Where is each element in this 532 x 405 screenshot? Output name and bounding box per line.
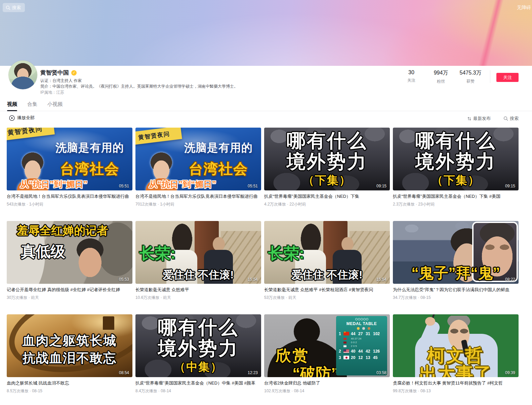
video-thumbnail[interactable]: 欣赏 “破防” MEDAL TABLE 1 44 27 31 102 40 27…: [264, 314, 390, 377]
video-title[interactable]: 扒皮“世界毒瘤”美国国家民主基金会（NED）中集 #美国 #颜革: [135, 380, 261, 386]
video-thumbnail[interactable]: 黄智贤夜问 洗脑是有用的 台湾社会 从“抗日”到“媚日” 05:51: [7, 128, 132, 190]
thumb-text: 羞辱全红婵的记者: [17, 223, 108, 238]
video-title[interactable]: 记者公开羞辱全红婵 真的很低级 #全红婵 #记者评价全红婵: [7, 287, 132, 293]
video-thumbnail[interactable]: 羞辱全红婵的记者 真低级 05:53: [7, 221, 132, 284]
medal-row: 1 44 27 31 102: [339, 330, 384, 337]
video-card[interactable]: 长荣: 爱住住 不住滚! 15:54 长荣道歉毫无诚意 众怒难平 #长荣桂冠酒店…: [264, 221, 390, 301]
video-search-button[interactable]: 搜索: [503, 116, 519, 122]
video-card[interactable]: “鬼子”拜“鬼” 08:22 为什么无法忍受“拜鬼”？因为它们双手沾满我们中国人…: [393, 221, 519, 301]
video-thumbnail[interactable]: 哪有什么 境外势力 （中集） 12:23: [135, 314, 261, 377]
video-title[interactable]: 台湾不是殖民地！台当局军方乐仪队竟表演日本侵华军舰进行曲: [7, 193, 132, 199]
play-all-button[interactable]: 播放全部: [9, 115, 35, 121]
tab-short-videos[interactable]: 小视频: [47, 100, 63, 111]
video-meta: 543次播放 · 1小时前: [7, 201, 132, 207]
bronze: 13: [366, 355, 373, 360]
banner-streak: [474, 0, 506, 66]
followers-label: 粉丝: [426, 79, 456, 84]
video-card[interactable]: 哪有什么 境外势力 （下集） 09:15 扒皮“世界毒瘤”美国国家民主基金会（N…: [264, 128, 390, 207]
video-card[interactable]: 欣赏 “破防” MEDAL TABLE 1 44 27 31 102 40 27…: [264, 314, 390, 394]
follow-button[interactable]: 关注: [496, 73, 519, 82]
video-card[interactable]: 哪有什么 境外势力 （中集） 12:23 扒皮“世界毒瘤”美国国家民主基金会（N…: [135, 314, 261, 394]
top-search-bar[interactable]: 搜索: [3, 3, 25, 12]
medal-subrow: 2 0 5: [339, 344, 384, 348]
video-thumbnail[interactable]: 长荣: 爱住住 不住滚! 15:54: [264, 221, 390, 284]
bio-line: 简介：中国台湾作家、评论员。《夜问打权》主持人。英国莱斯特大学企业管理学硕士，湖…: [40, 84, 238, 89]
ip-location: IP属地：江苏: [40, 90, 64, 95]
thumb-text: “破防”: [292, 363, 339, 377]
olympic-rings-icon: [339, 318, 384, 320]
search-icon: [503, 116, 508, 121]
medal-row: 3 20 12 13 45: [339, 354, 384, 361]
video-title[interactable]: 扒皮“世界毒瘤”美国国家民主基金会（NED）下集 #美国: [393, 193, 519, 199]
video-thumbnail[interactable]: “鬼子”拜“鬼” 08:22: [393, 221, 519, 284]
silver: 12: [358, 355, 366, 360]
video-title[interactable]: 贪腐必败！柯文哲出大事 黄智贤11年前就预告了 #柯文哲: [393, 380, 519, 386]
rank: 3: [339, 355, 343, 360]
video-meta: 4.2万次播放 · 22小时前: [264, 201, 390, 207]
thumb-text: 从“抗日”到“媚日”: [20, 179, 130, 190]
video-card[interactable]: 长荣: 爱住住 不住滚! 15:54 长荣道歉毫无诚意 众怒难平 10.6万次播…: [135, 221, 261, 301]
thumb-text: （下集）: [264, 173, 390, 188]
video-thumbnail[interactable]: 哪有什么 境外势力 （下集） 09:15: [264, 128, 390, 190]
stat-likes[interactable]: 5475.3万 获赞: [456, 70, 485, 84]
video-thumbnail[interactable]: 长荣: 爱住住 不住滚! 15:54: [135, 221, 261, 284]
tab-collections[interactable]: 合集: [27, 100, 37, 111]
video-duration: 05:51: [119, 184, 129, 188]
video-search-label: 搜索: [510, 116, 519, 122]
sub-flag-icon: [343, 338, 346, 340]
video-thumbnail[interactable]: 哪有什么 境外势力 （下集） 09:15: [393, 128, 519, 190]
rank: 1: [339, 331, 343, 336]
accessibility-button[interactable]: 无障碍: [517, 5, 531, 11]
thumb-text: 长荣:: [139, 243, 175, 264]
video-duration: 08:22: [505, 277, 515, 282]
sort-latest-button[interactable]: 最新发布: [467, 116, 491, 122]
wall-tower: [103, 316, 114, 330]
stat-following[interactable]: 30 关注: [397, 70, 426, 83]
video-meta: 8.4万次播放 · 08-14: [135, 388, 261, 394]
tab-videos[interactable]: 视频: [7, 100, 17, 111]
video-card[interactable]: 黄智贤夜问 洗脑是有用的 台湾社会 从“抗日”到“媚日” 05:51 台湾不是殖…: [135, 128, 261, 207]
thumb-text: 长荣:: [268, 243, 304, 264]
video-thumbnail[interactable]: 黄智贤夜问 洗脑是有用的 台湾社会 从“抗日”到“媚日” 05:51: [135, 128, 261, 190]
reporter-face: [74, 238, 106, 282]
video-duration: 09:15: [505, 184, 515, 188]
medal-table-title: MEDAL TABLE: [339, 321, 384, 326]
likes-count: 5475.3万: [456, 70, 485, 77]
thumb-text: 从“抗日”到“媚日”: [149, 179, 258, 190]
video-duration: 03:58: [376, 370, 386, 375]
fist: [425, 317, 435, 326]
video-title[interactable]: 长荣道歉毫无诚意 众怒难平 #长荣桂冠酒店 #黄智贤夜问: [264, 287, 390, 293]
bronze: 42: [366, 349, 373, 354]
video-meta: 30万次播放 · 前天: [7, 295, 132, 301]
video-duration: 15:54: [376, 277, 386, 282]
thumb-text: 境外势力: [264, 151, 390, 172]
thumb-text: 爱住住 不住滚!: [163, 268, 234, 282]
video-title[interactable]: 台湾不是殖民地！台当局军方乐仪队竟表演日本侵华军舰进行曲: [135, 193, 261, 199]
thumb-text: 境外势力: [135, 338, 261, 359]
play-all-label: 播放全部: [17, 115, 35, 121]
video-title[interactable]: 血肉之躯筑长城 抗战血泪不敢忘: [7, 380, 132, 386]
search-label: 搜索: [12, 5, 21, 11]
video-meta: 8.5万次播放 · 08-15: [7, 388, 132, 394]
video-title[interactable]: 为什么无法忍受“拜鬼”？因为它们双手沾满我们中国人的鲜血: [393, 287, 519, 293]
video-card[interactable]: 哪有什么 境外势力 （下集） 09:15 扒皮“世界毒瘤”美国国家民主基金会（N…: [393, 128, 519, 207]
video-title[interactable]: 扒皮“世界毒瘤”美国国家民主基金会（NED）下集: [264, 193, 390, 199]
gold: 40: [351, 349, 358, 354]
video-title[interactable]: 台湾省2块金牌归总 他破防了: [264, 380, 390, 386]
video-card[interactable]: 血肉之躯筑长城 抗战血泪不敢忘 08:54 血肉之躯筑长城 抗战血泪不敢忘 8.…: [7, 314, 132, 394]
total: 102: [373, 331, 382, 336]
video-card[interactable]: 黄智贤夜问 洗脑是有用的 台湾社会 从“抗日”到“媚日” 05:51 台湾不是殖…: [7, 128, 132, 207]
video-duration: 05:53: [119, 277, 129, 282]
video-grid: 黄智贤夜问 洗脑是有用的 台湾社会 从“抗日”到“媚日” 05:51 台湾不是殖…: [7, 128, 519, 394]
video-card[interactable]: 柯文哲 出大事了 09:39 贪腐必败！柯文哲出大事 黄智贤11年前就预告了 #…: [393, 314, 519, 394]
stat-followers[interactable]: 994万 粉丝: [426, 70, 456, 84]
video-card[interactable]: 羞辱全红婵的记者 真低级 05:53 记者公开羞辱全红婵 真的很低级 #全红婵 …: [7, 221, 132, 301]
video-meta: 7012次播放 · 1小时前: [135, 201, 261, 207]
video-duration: 05:51: [248, 184, 258, 188]
man-figure: [213, 237, 225, 251]
video-thumbnail[interactable]: 血肉之躯筑长城 抗战血泪不敢忘 08:54: [7, 314, 132, 377]
video-thumbnail[interactable]: 柯文哲 出大事了 09:39: [393, 314, 519, 377]
video-title[interactable]: 长荣道歉毫无诚意 众怒难平: [135, 287, 261, 293]
avatar[interactable]: [8, 60, 37, 89]
medal-subrow: 40 27 24: [339, 337, 384, 341]
